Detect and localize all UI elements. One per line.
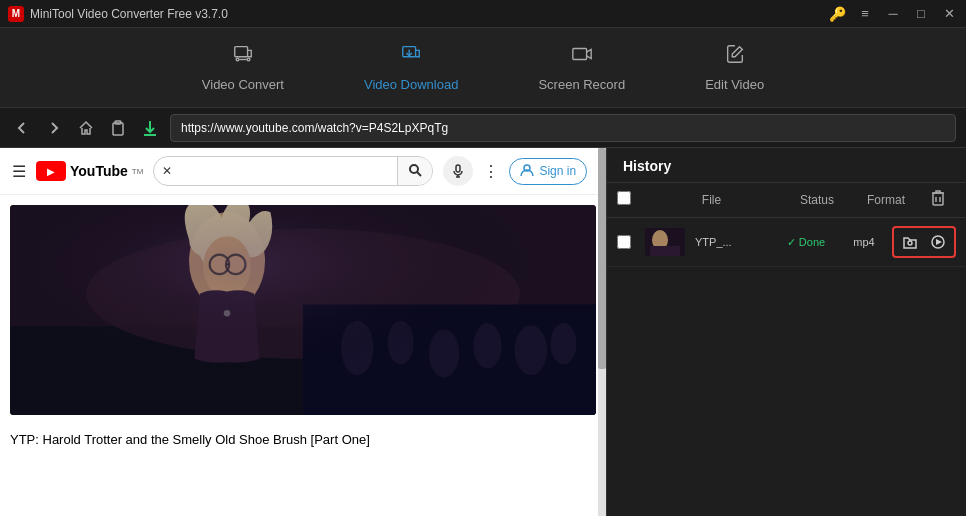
address-bar — [0, 108, 966, 148]
convert-icon — [232, 43, 254, 71]
col-delete — [920, 189, 956, 211]
row-thumbnail — [645, 228, 685, 256]
tab-edit-video-label: Edit Video — [705, 77, 764, 92]
back-button[interactable] — [10, 116, 34, 140]
play-button[interactable] — [926, 230, 950, 254]
tab-screen-record-label: Screen Record — [538, 77, 625, 92]
home-button[interactable] — [74, 116, 98, 140]
youtube-logo: YouTube TM — [36, 161, 143, 181]
tab-edit-video[interactable]: Edit Video — [685, 35, 784, 100]
svg-rect-5 — [573, 49, 587, 60]
sign-in-label: Sign in — [539, 164, 576, 178]
svg-rect-0 — [235, 47, 248, 57]
youtube-search-container: ✕ — [153, 156, 433, 186]
nav-tabs: Video Convert Video Download Screen Reco… — [0, 28, 966, 108]
browser-scrollbar[interactable] — [598, 148, 606, 516]
youtube-header: ☰ YouTube TM ✕ — [0, 148, 606, 195]
video-thumbnail-img — [10, 205, 596, 415]
history-row: YTP_... ✓ Done mp4 — [607, 218, 966, 267]
download-icon — [400, 43, 422, 71]
delete-all-button[interactable] — [929, 189, 947, 211]
row-actions — [892, 226, 956, 258]
svg-rect-12 — [456, 165, 460, 172]
history-panel: History File Status Format — [606, 148, 966, 516]
svg-rect-32 — [10, 205, 596, 415]
clipboard-button[interactable] — [106, 116, 130, 140]
row-format: mp4 — [840, 236, 888, 248]
history-header: History — [607, 148, 966, 183]
youtube-sign-in-btn[interactable]: Sign in — [509, 158, 587, 185]
title-bar: M MiniTool Video Converter Free v3.7.0 🔑… — [0, 0, 966, 28]
close-button[interactable]: ✕ — [940, 5, 958, 23]
open-folder-button[interactable] — [898, 230, 922, 254]
title-bar-left: M MiniTool Video Converter Free v3.7.0 — [8, 6, 228, 22]
app-logo: M — [8, 6, 24, 22]
video-thumbnail — [10, 205, 596, 415]
youtube-logo-text: YouTube — [70, 163, 128, 179]
minimize-button[interactable]: ─ — [884, 5, 902, 23]
svg-marker-42 — [936, 239, 942, 245]
tab-video-download-label: Video Download — [364, 77, 458, 92]
history-columns: File Status Format — [607, 183, 966, 218]
tab-video-download[interactable]: Video Download — [344, 35, 478, 100]
row-checkbox[interactable] — [617, 235, 631, 249]
youtube-more-btn[interactable]: ⋮ — [483, 162, 499, 181]
menu-button[interactable]: ≡ — [856, 5, 874, 23]
svg-rect-33 — [933, 193, 943, 205]
col-check — [617, 191, 641, 209]
app-title: MiniTool Video Converter Free v3.7.0 — [30, 7, 228, 21]
tab-video-convert-label: Video Convert — [202, 77, 284, 92]
maximize-button[interactable]: □ — [912, 5, 930, 23]
tab-video-convert[interactable]: Video Convert — [182, 35, 304, 100]
svg-line-11 — [417, 172, 421, 176]
col-status-header: Status — [782, 193, 852, 207]
row-checkbox-container — [617, 235, 641, 249]
record-icon — [571, 43, 593, 71]
youtube-content: YTP: Harold Trotter and the Smelly Old S… — [0, 195, 606, 516]
tab-screen-record[interactable]: Screen Record — [518, 35, 645, 100]
address-input[interactable] — [170, 114, 956, 142]
key-icon: 🔑 — [829, 6, 846, 22]
edit-icon — [724, 43, 746, 71]
sign-in-icon — [520, 163, 534, 180]
main-content: ☰ YouTube TM ✕ — [0, 148, 966, 516]
youtube-logo-icon — [36, 161, 66, 181]
svg-rect-7 — [113, 123, 123, 135]
title-bar-controls: 🔑 ≡ ─ □ ✕ — [829, 5, 958, 23]
search-clear-btn[interactable]: ✕ — [154, 164, 180, 178]
youtube-tm: TM — [132, 167, 144, 176]
download-button[interactable] — [138, 116, 162, 140]
col-file-header: File — [645, 193, 778, 207]
row-filename: YTP_... — [689, 236, 772, 248]
svg-point-10 — [410, 165, 418, 173]
col-format-header: Format — [856, 193, 916, 207]
forward-button[interactable] — [42, 116, 66, 140]
browser-panel: ☰ YouTube TM ✕ — [0, 148, 606, 516]
select-all-checkbox[interactable] — [617, 191, 631, 205]
row-status: ✓ Done — [776, 236, 836, 249]
svg-rect-38 — [650, 246, 680, 256]
youtube-search-input[interactable] — [180, 164, 397, 179]
youtube-search-button[interactable] — [397, 157, 432, 185]
svg-point-2 — [247, 58, 250, 61]
svg-point-39 — [908, 241, 912, 245]
youtube-menu-btn[interactable]: ☰ — [12, 162, 26, 181]
youtube-mic-button[interactable] — [443, 156, 473, 186]
scrollbar-thumb[interactable] — [598, 148, 606, 369]
svg-point-1 — [236, 58, 239, 61]
video-title: YTP: Harold Trotter and the Smelly Old S… — [0, 425, 606, 449]
